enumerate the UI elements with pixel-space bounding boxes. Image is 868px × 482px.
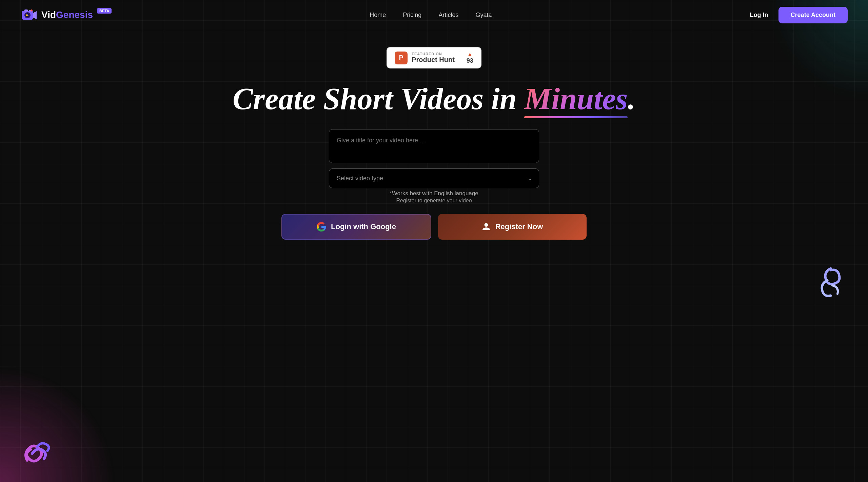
create-account-button[interactable]: Create Account (778, 7, 848, 23)
language-note: *Works best with English language (390, 190, 478, 197)
nav-actions: Log In Create Account (750, 7, 848, 23)
swirl-left-decoration (20, 420, 61, 465)
product-hunt-text: FEATURED ON Product Hunt (412, 52, 455, 64)
product-hunt-featured-label: FEATURED ON (412, 52, 455, 56)
hero-title-text: Create Short Videos in (233, 82, 524, 116)
hero-title-minutes-wrapper: Minutes (524, 82, 628, 116)
navbar: VidGenesis BETA Home Pricing Articles Gy… (0, 0, 868, 30)
register-now-button[interactable]: Register Now (438, 214, 587, 240)
nav-links: Home Pricing Articles Gyata (370, 12, 492, 19)
hero-title-minutes: Minutes (524, 82, 628, 116)
product-hunt-vote-count: 93 (467, 57, 473, 64)
minutes-underline (524, 116, 628, 118)
nav-articles[interactable]: Articles (438, 12, 458, 19)
logo-beta-badge: BETA (97, 8, 112, 14)
register-note: Register to generate your video (396, 198, 472, 204)
hero-title: Create Short Videos in Minutes. (233, 82, 635, 116)
swirl-right-decoration (814, 265, 848, 307)
hero-title-dot: . (628, 82, 635, 116)
product-hunt-arrow-icon: ▲ (467, 51, 473, 57)
svg-rect-5 (24, 9, 28, 12)
login-button[interactable]: Log In (750, 12, 768, 19)
video-type-select-wrapper: Select video type ⌄ (329, 168, 539, 188)
user-icon (482, 222, 491, 231)
form-area: Select video type ⌄ (329, 129, 539, 188)
svg-point-7 (31, 9, 33, 12)
logo-icon (20, 6, 38, 24)
product-hunt-votes: ▲ 93 (461, 51, 473, 64)
logo[interactable]: VidGenesis BETA (20, 6, 112, 24)
logo-text: VidGenesis (41, 9, 93, 20)
register-now-label: Register Now (495, 222, 543, 231)
video-title-input[interactable] (329, 129, 539, 163)
google-login-label: Login with Google (331, 222, 396, 231)
google-login-button[interactable]: Login with Google (281, 214, 431, 240)
nav-home[interactable]: Home (370, 12, 386, 19)
nav-gyata[interactable]: Gyata (475, 12, 492, 19)
product-hunt-logo: P (395, 52, 408, 64)
product-hunt-name: Product Hunt (412, 56, 455, 64)
main-content: P FEATURED ON Product Hunt ▲ 93 Create S… (0, 30, 868, 260)
nav-pricing[interactable]: Pricing (403, 12, 421, 19)
google-icon (317, 222, 326, 232)
product-hunt-badge[interactable]: P FEATURED ON Product Hunt ▲ 93 (387, 47, 481, 68)
auth-buttons: Login with Google Register Now (281, 214, 587, 240)
video-type-select[interactable]: Select video type (329, 168, 539, 188)
